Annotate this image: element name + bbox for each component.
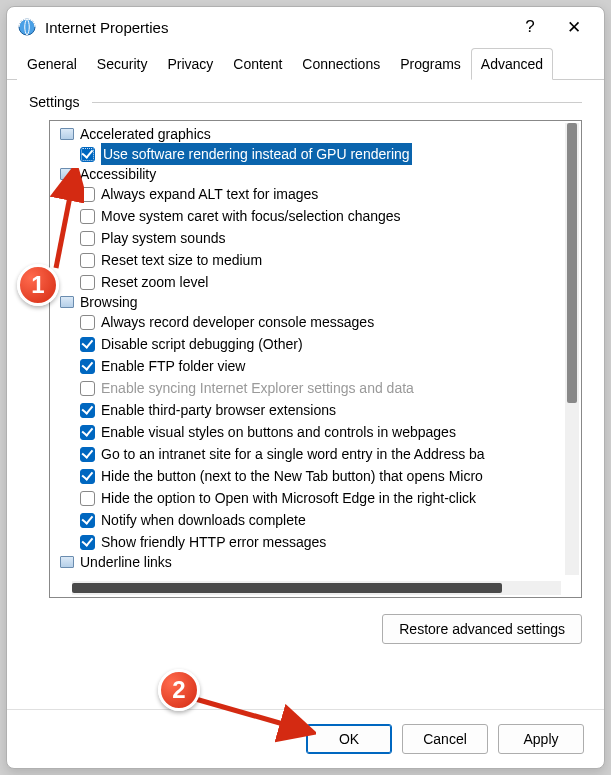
tree-item[interactable]: Disable script debugging (Other)	[52, 333, 579, 355]
tab-strip: General Security Privacy Content Connect…	[7, 47, 604, 80]
tab-connections[interactable]: Connections	[292, 48, 390, 80]
tree-item[interactable]: Enable syncing Internet Explorer setting…	[52, 377, 579, 399]
vertical-scrollbar[interactable]	[565, 123, 579, 575]
tab-general[interactable]: General	[17, 48, 87, 80]
tree-item-label: Reset text size to medium	[101, 249, 262, 271]
tree-item-label: Disable script debugging (Other)	[101, 333, 303, 355]
checkbox[interactable]	[80, 535, 95, 550]
tree-item-label: Move system caret with focus/selection c…	[101, 205, 401, 227]
checkbox[interactable]	[80, 513, 95, 528]
tree-section[interactable]: Browsing	[52, 293, 579, 311]
checkbox[interactable]	[80, 381, 95, 396]
checkbox[interactable]	[80, 187, 95, 202]
tree-item-label: Reset zoom level	[101, 271, 208, 293]
tree-section[interactable]: Underline links	[52, 553, 579, 571]
tree-item[interactable]: Always expand ALT text for images	[52, 183, 579, 205]
horizontal-scrollbar[interactable]	[72, 581, 561, 595]
tree-item[interactable]: Enable third-party browser extensions	[52, 399, 579, 421]
tree-item[interactable]: Enable FTP folder view	[52, 355, 579, 377]
tab-programs[interactable]: Programs	[390, 48, 471, 80]
tree-item[interactable]: Reset zoom level	[52, 271, 579, 293]
checkbox[interactable]	[80, 403, 95, 418]
checkbox[interactable]	[80, 469, 95, 484]
tree-item[interactable]: Play system sounds	[52, 227, 579, 249]
tab-advanced[interactable]: Advanced	[471, 48, 553, 80]
checkbox[interactable]	[80, 275, 95, 290]
checkbox[interactable]	[80, 147, 95, 162]
tree-item[interactable]: Notify when downloads complete	[52, 509, 579, 531]
section-label: Browsing	[80, 294, 138, 310]
checkbox[interactable]	[80, 491, 95, 506]
tree-item-label: Notify when downloads complete	[101, 509, 306, 531]
tree-item[interactable]: Hide the button (next to the New Tab but…	[52, 465, 579, 487]
checkbox[interactable]	[80, 359, 95, 374]
checkbox[interactable]	[80, 337, 95, 352]
apply-button[interactable]: Apply	[498, 724, 584, 754]
tree-section[interactable]: Accelerated graphics	[52, 125, 579, 143]
checkbox[interactable]	[80, 315, 95, 330]
settings-tree[interactable]: Accelerated graphicsUse software renderi…	[49, 120, 582, 598]
section-label: Underline links	[80, 554, 172, 570]
tab-security[interactable]: Security	[87, 48, 158, 80]
help-button[interactable]: ?	[508, 11, 552, 43]
tree-item[interactable]: Go to an intranet site for a single word…	[52, 443, 579, 465]
restore-advanced-settings-button[interactable]: Restore advanced settings	[382, 614, 582, 644]
annotation-badge-2: 2	[158, 669, 200, 711]
settings-label-text: Settings	[29, 94, 80, 110]
app-icon	[17, 17, 37, 37]
tree-item-label: Enable FTP folder view	[101, 355, 245, 377]
window-title: Internet Properties	[45, 19, 508, 36]
tab-content[interactable]: Content	[223, 48, 292, 80]
annotation-badge-1: 1	[17, 264, 59, 306]
tree-item-label: Enable visual styles on buttons and cont…	[101, 421, 456, 443]
section-icon	[60, 296, 74, 308]
tree-item-label: Go to an intranet site for a single word…	[101, 443, 485, 465]
tree-item[interactable]: Move system caret with focus/selection c…	[52, 205, 579, 227]
tab-privacy[interactable]: Privacy	[157, 48, 223, 80]
settings-group-label: Settings	[29, 94, 582, 110]
tree-item[interactable]: Use software rendering instead of GPU re…	[52, 143, 579, 165]
checkbox[interactable]	[80, 209, 95, 224]
section-label: Accessibility	[80, 166, 156, 182]
horizontal-scroll-thumb[interactable]	[72, 583, 502, 593]
tree-item-label: Enable syncing Internet Explorer setting…	[101, 377, 414, 399]
checkbox[interactable]	[80, 425, 95, 440]
tree-item-label: Use software rendering instead of GPU re…	[101, 143, 412, 165]
divider	[92, 102, 582, 103]
vertical-scroll-thumb[interactable]	[567, 123, 577, 403]
tab-content-advanced: Settings Accelerated graphicsUse softwar…	[7, 80, 604, 709]
tree-item-label: Enable third-party browser extensions	[101, 399, 336, 421]
section-icon	[60, 168, 74, 180]
checkbox[interactable]	[80, 447, 95, 462]
checkbox[interactable]	[80, 253, 95, 268]
tree-item-label: Always record developer console messages	[101, 311, 374, 333]
section-icon	[60, 556, 74, 568]
tree-item[interactable]: Reset text size to medium	[52, 249, 579, 271]
section-label: Accelerated graphics	[80, 126, 211, 142]
dialog-window: Internet Properties ? ✕ General Security…	[6, 6, 605, 769]
tree-item-label: Always expand ALT text for images	[101, 183, 318, 205]
cancel-button[interactable]: Cancel	[402, 724, 488, 754]
tree-item[interactable]: Show friendly HTTP error messages	[52, 531, 579, 553]
tree-item-label: Play system sounds	[101, 227, 226, 249]
tree-item[interactable]: Hide the option to Open with Microsoft E…	[52, 487, 579, 509]
dialog-footer: OK Cancel Apply	[7, 709, 604, 768]
tree-item-label: Hide the option to Open with Microsoft E…	[101, 487, 476, 509]
close-button[interactable]: ✕	[552, 11, 596, 43]
checkbox[interactable]	[80, 231, 95, 246]
tree-item[interactable]: Enable visual styles on buttons and cont…	[52, 421, 579, 443]
tree-item[interactable]: Always record developer console messages	[52, 311, 579, 333]
ok-button[interactable]: OK	[306, 724, 392, 754]
tree-item-label: Hide the button (next to the New Tab but…	[101, 465, 483, 487]
tree-item-label: Show friendly HTTP error messages	[101, 531, 326, 553]
titlebar: Internet Properties ? ✕	[7, 7, 604, 47]
tree-section[interactable]: Accessibility	[52, 165, 579, 183]
section-icon	[60, 128, 74, 140]
